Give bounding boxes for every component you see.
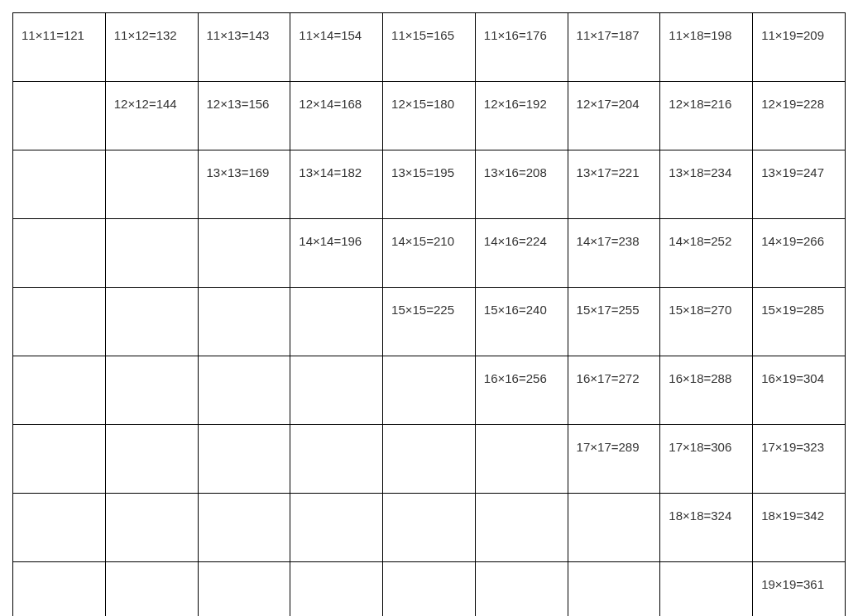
table-cell xyxy=(290,562,383,617)
table-cell: 16×16=256 xyxy=(475,356,568,425)
table-cell: 12×12=144 xyxy=(105,82,198,150)
table-row: 18×18=324 18×19=342 xyxy=(13,494,846,562)
table-cell: 18×18=324 xyxy=(660,494,753,562)
table-cell: 15×19=285 xyxy=(753,288,846,356)
table-cell: 15×18=270 xyxy=(660,288,753,356)
table-cell: 14×15=210 xyxy=(383,219,476,288)
table-cell xyxy=(290,494,383,562)
table-cell: 13×15=195 xyxy=(383,150,476,219)
table-cell: 11×14=154 xyxy=(290,13,383,82)
table-cell: 17×19=323 xyxy=(753,425,846,494)
table-cell: 12×15=180 xyxy=(383,82,476,150)
table-cell: 15×15=225 xyxy=(383,288,476,356)
table-cell: 13×16=208 xyxy=(475,150,568,219)
table-cell xyxy=(13,288,106,356)
table-cell: 14×18=252 xyxy=(660,219,753,288)
table-cell: 11×17=187 xyxy=(568,13,660,82)
table-row: 12×12=144 12×13=156 12×14=168 12×15=180 … xyxy=(13,82,846,150)
table-cell xyxy=(198,494,290,562)
table-cell: 11×15=165 xyxy=(383,13,476,82)
table-cell: 13×13=169 xyxy=(198,150,290,219)
table-cell xyxy=(13,150,106,219)
table-cell xyxy=(105,425,198,494)
table-cell xyxy=(105,150,198,219)
table-cell xyxy=(290,288,383,356)
table-cell: 17×18=306 xyxy=(660,425,753,494)
table-cell: 13×18=234 xyxy=(660,150,753,219)
table-cell xyxy=(105,219,198,288)
table-cell: 15×16=240 xyxy=(475,288,568,356)
table-cell xyxy=(383,356,476,425)
table-cell xyxy=(105,562,198,617)
table-cell xyxy=(568,494,660,562)
table-cell xyxy=(198,562,290,617)
table-cell: 13×19=247 xyxy=(753,150,846,219)
table-cell xyxy=(198,288,290,356)
table-cell xyxy=(105,356,198,425)
table-cell: 14×14=196 xyxy=(290,219,383,288)
table-cell xyxy=(475,562,568,617)
table-cell xyxy=(105,494,198,562)
table-cell xyxy=(383,494,476,562)
table-row: 19×19=361 xyxy=(13,562,846,617)
table-cell: 14×17=238 xyxy=(568,219,660,288)
table-cell xyxy=(13,82,106,150)
table-cell: 12×17=204 xyxy=(568,82,660,150)
table-row: 17×17=289 17×18=306 17×19=323 xyxy=(13,425,846,494)
table-row: 14×14=196 14×15=210 14×16=224 14×17=238 … xyxy=(13,219,846,288)
table-cell xyxy=(198,425,290,494)
table-cell xyxy=(198,356,290,425)
table-cell xyxy=(13,494,106,562)
table-cell xyxy=(290,425,383,494)
table-row: 13×13=169 13×14=182 13×15=195 13×16=208 … xyxy=(13,150,846,219)
table-cell xyxy=(198,219,290,288)
table-cell: 11×11=121 xyxy=(13,13,106,82)
table-cell: 11×12=132 xyxy=(105,13,198,82)
table-cell: 15×17=255 xyxy=(568,288,660,356)
table-cell: 11×13=143 xyxy=(198,13,290,82)
table-cell: 18×19=342 xyxy=(753,494,846,562)
multiplication-table: 11×11=121 11×12=132 11×13=143 11×14=154 … xyxy=(12,12,846,616)
table-cell: 12×19=228 xyxy=(753,82,846,150)
table-cell: 16×19=304 xyxy=(753,356,846,425)
table-cell xyxy=(383,562,476,617)
table-cell xyxy=(105,288,198,356)
table-cell: 12×16=192 xyxy=(475,82,568,150)
table-cell: 11×18=198 xyxy=(660,13,753,82)
table-cell xyxy=(13,219,106,288)
table-cell: 16×18=288 xyxy=(660,356,753,425)
table-cell xyxy=(660,562,753,617)
table-cell xyxy=(475,494,568,562)
table-cell: 13×14=182 xyxy=(290,150,383,219)
table-cell xyxy=(13,425,106,494)
table-cell: 13×17=221 xyxy=(568,150,660,219)
table-row: 15×15=225 15×16=240 15×17=255 15×18=270 … xyxy=(13,288,846,356)
table-cell xyxy=(383,425,476,494)
table-cell: 19×19=361 xyxy=(753,562,846,617)
table-cell: 14×16=224 xyxy=(475,219,568,288)
table-cell: 11×16=176 xyxy=(475,13,568,82)
table-cell xyxy=(290,356,383,425)
table-cell xyxy=(475,425,568,494)
table-cell: 12×14=168 xyxy=(290,82,383,150)
table-cell: 12×18=216 xyxy=(660,82,753,150)
table-cell xyxy=(13,356,106,425)
table-cell: 11×19=209 xyxy=(753,13,846,82)
table-cell: 12×13=156 xyxy=(198,82,290,150)
table-row: 11×11=121 11×12=132 11×13=143 11×14=154 … xyxy=(13,13,846,82)
table-cell: 14×19=266 xyxy=(753,219,846,288)
table-cell xyxy=(13,562,106,617)
table-cell: 16×17=272 xyxy=(568,356,660,425)
table-cell xyxy=(568,562,660,617)
table-cell: 17×17=289 xyxy=(568,425,660,494)
table-row: 16×16=256 16×17=272 16×18=288 16×19=304 xyxy=(13,356,846,425)
